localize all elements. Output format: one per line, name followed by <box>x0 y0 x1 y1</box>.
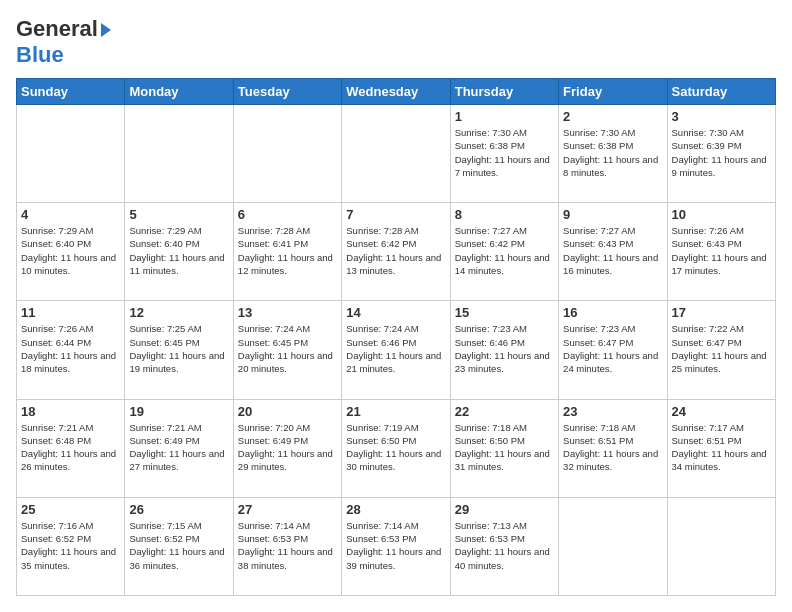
day-number: 13 <box>238 305 337 320</box>
calendar-cell <box>559 497 667 595</box>
day-info: Sunrise: 7:18 AM Sunset: 6:50 PM Dayligh… <box>455 421 554 474</box>
calendar-cell: 29Sunrise: 7:13 AM Sunset: 6:53 PM Dayli… <box>450 497 558 595</box>
day-number: 20 <box>238 404 337 419</box>
calendar-cell: 14Sunrise: 7:24 AM Sunset: 6:46 PM Dayli… <box>342 301 450 399</box>
day-info: Sunrise: 7:30 AM Sunset: 6:38 PM Dayligh… <box>563 126 662 179</box>
day-info: Sunrise: 7:14 AM Sunset: 6:53 PM Dayligh… <box>238 519 337 572</box>
calendar-cell: 17Sunrise: 7:22 AM Sunset: 6:47 PM Dayli… <box>667 301 775 399</box>
page: General Blue SundayMondayTuesdayWednesda… <box>0 0 792 612</box>
day-number: 23 <box>563 404 662 419</box>
calendar-cell: 28Sunrise: 7:14 AM Sunset: 6:53 PM Dayli… <box>342 497 450 595</box>
calendar-cell <box>233 105 341 203</box>
calendar-cell <box>125 105 233 203</box>
day-info: Sunrise: 7:23 AM Sunset: 6:46 PM Dayligh… <box>455 322 554 375</box>
logo-icon <box>101 23 111 37</box>
calendar-cell: 20Sunrise: 7:20 AM Sunset: 6:49 PM Dayli… <box>233 399 341 497</box>
day-number: 16 <box>563 305 662 320</box>
calendar-cell <box>342 105 450 203</box>
calendar-cell: 11Sunrise: 7:26 AM Sunset: 6:44 PM Dayli… <box>17 301 125 399</box>
day-number: 5 <box>129 207 228 222</box>
day-number: 29 <box>455 502 554 517</box>
calendar-week-row: 25Sunrise: 7:16 AM Sunset: 6:52 PM Dayli… <box>17 497 776 595</box>
day-number: 14 <box>346 305 445 320</box>
day-info: Sunrise: 7:23 AM Sunset: 6:47 PM Dayligh… <box>563 322 662 375</box>
calendar-cell: 7Sunrise: 7:28 AM Sunset: 6:42 PM Daylig… <box>342 203 450 301</box>
calendar-cell: 8Sunrise: 7:27 AM Sunset: 6:42 PM Daylig… <box>450 203 558 301</box>
day-number: 15 <box>455 305 554 320</box>
day-number: 24 <box>672 404 771 419</box>
calendar-day-header: Saturday <box>667 79 775 105</box>
calendar-cell: 3Sunrise: 7:30 AM Sunset: 6:39 PM Daylig… <box>667 105 775 203</box>
day-info: Sunrise: 7:27 AM Sunset: 6:42 PM Dayligh… <box>455 224 554 277</box>
day-number: 10 <box>672 207 771 222</box>
calendar-cell: 23Sunrise: 7:18 AM Sunset: 6:51 PM Dayli… <box>559 399 667 497</box>
calendar-week-row: 1Sunrise: 7:30 AM Sunset: 6:38 PM Daylig… <box>17 105 776 203</box>
calendar-cell: 22Sunrise: 7:18 AM Sunset: 6:50 PM Dayli… <box>450 399 558 497</box>
day-number: 9 <box>563 207 662 222</box>
calendar-cell: 1Sunrise: 7:30 AM Sunset: 6:38 PM Daylig… <box>450 105 558 203</box>
day-info: Sunrise: 7:27 AM Sunset: 6:43 PM Dayligh… <box>563 224 662 277</box>
calendar-cell: 5Sunrise: 7:29 AM Sunset: 6:40 PM Daylig… <box>125 203 233 301</box>
header: General Blue <box>16 16 776 68</box>
day-number: 2 <box>563 109 662 124</box>
day-info: Sunrise: 7:24 AM Sunset: 6:45 PM Dayligh… <box>238 322 337 375</box>
day-number: 6 <box>238 207 337 222</box>
day-info: Sunrise: 7:14 AM Sunset: 6:53 PM Dayligh… <box>346 519 445 572</box>
calendar-day-header: Friday <box>559 79 667 105</box>
day-info: Sunrise: 7:25 AM Sunset: 6:45 PM Dayligh… <box>129 322 228 375</box>
calendar-day-header: Thursday <box>450 79 558 105</box>
day-number: 26 <box>129 502 228 517</box>
day-number: 1 <box>455 109 554 124</box>
day-number: 22 <box>455 404 554 419</box>
day-info: Sunrise: 7:26 AM Sunset: 6:44 PM Dayligh… <box>21 322 120 375</box>
calendar-week-row: 4Sunrise: 7:29 AM Sunset: 6:40 PM Daylig… <box>17 203 776 301</box>
day-info: Sunrise: 7:19 AM Sunset: 6:50 PM Dayligh… <box>346 421 445 474</box>
day-info: Sunrise: 7:28 AM Sunset: 6:42 PM Dayligh… <box>346 224 445 277</box>
calendar-cell: 24Sunrise: 7:17 AM Sunset: 6:51 PM Dayli… <box>667 399 775 497</box>
day-number: 7 <box>346 207 445 222</box>
day-info: Sunrise: 7:18 AM Sunset: 6:51 PM Dayligh… <box>563 421 662 474</box>
day-info: Sunrise: 7:15 AM Sunset: 6:52 PM Dayligh… <box>129 519 228 572</box>
day-info: Sunrise: 7:24 AM Sunset: 6:46 PM Dayligh… <box>346 322 445 375</box>
calendar-cell: 21Sunrise: 7:19 AM Sunset: 6:50 PM Dayli… <box>342 399 450 497</box>
day-number: 18 <box>21 404 120 419</box>
calendar-cell: 10Sunrise: 7:26 AM Sunset: 6:43 PM Dayli… <box>667 203 775 301</box>
calendar-cell: 18Sunrise: 7:21 AM Sunset: 6:48 PM Dayli… <box>17 399 125 497</box>
calendar-cell: 4Sunrise: 7:29 AM Sunset: 6:40 PM Daylig… <box>17 203 125 301</box>
calendar-header-row: SundayMondayTuesdayWednesdayThursdayFrid… <box>17 79 776 105</box>
calendar-cell: 16Sunrise: 7:23 AM Sunset: 6:47 PM Dayli… <box>559 301 667 399</box>
day-number: 28 <box>346 502 445 517</box>
logo-general: General <box>16 16 98 42</box>
day-number: 19 <box>129 404 228 419</box>
day-info: Sunrise: 7:26 AM Sunset: 6:43 PM Dayligh… <box>672 224 771 277</box>
calendar-cell: 12Sunrise: 7:25 AM Sunset: 6:45 PM Dayli… <box>125 301 233 399</box>
day-number: 27 <box>238 502 337 517</box>
day-number: 17 <box>672 305 771 320</box>
day-info: Sunrise: 7:22 AM Sunset: 6:47 PM Dayligh… <box>672 322 771 375</box>
calendar-day-header: Monday <box>125 79 233 105</box>
day-info: Sunrise: 7:30 AM Sunset: 6:38 PM Dayligh… <box>455 126 554 179</box>
calendar-cell: 6Sunrise: 7:28 AM Sunset: 6:41 PM Daylig… <box>233 203 341 301</box>
calendar-cell <box>667 497 775 595</box>
calendar-cell: 27Sunrise: 7:14 AM Sunset: 6:53 PM Dayli… <box>233 497 341 595</box>
calendar-cell: 2Sunrise: 7:30 AM Sunset: 6:38 PM Daylig… <box>559 105 667 203</box>
calendar-day-header: Tuesday <box>233 79 341 105</box>
day-number: 8 <box>455 207 554 222</box>
calendar-cell: 19Sunrise: 7:21 AM Sunset: 6:49 PM Dayli… <box>125 399 233 497</box>
day-info: Sunrise: 7:13 AM Sunset: 6:53 PM Dayligh… <box>455 519 554 572</box>
day-info: Sunrise: 7:16 AM Sunset: 6:52 PM Dayligh… <box>21 519 120 572</box>
calendar-week-row: 11Sunrise: 7:26 AM Sunset: 6:44 PM Dayli… <box>17 301 776 399</box>
day-info: Sunrise: 7:17 AM Sunset: 6:51 PM Dayligh… <box>672 421 771 474</box>
day-number: 3 <box>672 109 771 124</box>
day-info: Sunrise: 7:29 AM Sunset: 6:40 PM Dayligh… <box>129 224 228 277</box>
day-number: 12 <box>129 305 228 320</box>
day-info: Sunrise: 7:29 AM Sunset: 6:40 PM Dayligh… <box>21 224 120 277</box>
day-info: Sunrise: 7:28 AM Sunset: 6:41 PM Dayligh… <box>238 224 337 277</box>
calendar-cell: 15Sunrise: 7:23 AM Sunset: 6:46 PM Dayli… <box>450 301 558 399</box>
logo: General Blue <box>16 16 111 68</box>
calendar-week-row: 18Sunrise: 7:21 AM Sunset: 6:48 PM Dayli… <box>17 399 776 497</box>
calendar-cell <box>17 105 125 203</box>
day-info: Sunrise: 7:20 AM Sunset: 6:49 PM Dayligh… <box>238 421 337 474</box>
calendar-table: SundayMondayTuesdayWednesdayThursdayFrid… <box>16 78 776 596</box>
calendar-cell: 9Sunrise: 7:27 AM Sunset: 6:43 PM Daylig… <box>559 203 667 301</box>
